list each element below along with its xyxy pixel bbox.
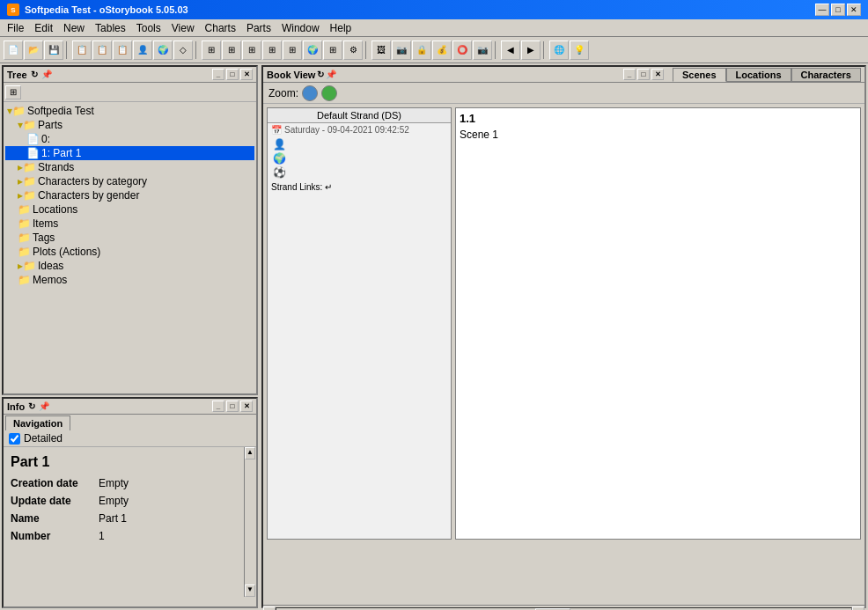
info-row-number: Number 1 [11,530,237,542]
info-part-title: Part 1 [11,454,237,470]
scroll-up-btn[interactable]: ▲ [245,447,255,459]
strand-date: 📅 Saturday - 09-04-2021 09:42:52 [268,123,451,136]
zoom-in-btn[interactable] [321,85,337,101]
info-pin-icon[interactable]: 📌 [39,401,49,411]
zoom-out-btn[interactable] [302,85,318,101]
tree-ideas-icon: ▸📁 [18,260,36,272]
tree-items[interactable]: 📁 Items [5,217,254,231]
tb-img2[interactable]: 📷 [392,40,411,60]
info-scrollbar[interactable]: ▲ ▼ [244,447,256,597]
tree-ideas-label: Ideas [38,260,63,272]
tree-part1[interactable]: 📄 1: Part 1 [5,146,254,160]
menu-view[interactable]: View [166,20,200,36]
tree-part0-icon: 📄 [26,133,40,145]
book-min-btn[interactable]: _ [623,69,636,80]
tb-open[interactable]: 📂 [24,40,43,60]
strand-icons: 👤 🌍 ⚽ [268,136,451,180]
tb-globe2[interactable]: 🌍 [303,40,322,60]
info-row-name: Name Part 1 [11,512,237,525]
menu-help[interactable]: Help [325,20,357,36]
tree-chars-gender[interactable]: ▸📁 Characters by gender [5,188,254,202]
hscroll-right-btn[interactable]: ▶ [852,606,864,611]
info-detail-checkbox[interactable] [9,433,20,445]
tree-tb-btn[interactable]: ⊞ [5,85,21,99]
tb-grid4[interactable]: ⊞ [262,40,282,60]
tree-chars-cat[interactable]: ▸📁 Characters by category [5,174,254,188]
tree-tags[interactable]: 📁 Tags [5,231,254,245]
app-title: Softpedia Test - oStorybook 5.05.03 [25,4,188,15]
info-max-btn[interactable]: □ [226,401,239,412]
tb-img6[interactable]: 📷 [473,40,492,60]
tree-memos[interactable]: 📁 Memos [5,273,254,287]
book-close-btn[interactable]: ✕ [651,69,664,80]
tb-img5[interactable]: ⭕ [452,40,472,60]
tab-characters[interactable]: Characters [791,68,861,82]
tb-save[interactable]: 💾 [44,40,63,60]
menu-tools[interactable]: Tools [131,20,166,36]
scroll-down-btn[interactable]: ▼ [245,584,255,597]
tb-grid5[interactable]: ⊞ [283,40,302,60]
info-panel: Info ↻ 📌 _ □ ✕ Navigation Detailed Part … [2,397,258,608]
hscroll-left-btn[interactable]: ◀ [263,606,276,611]
tree-part1-icon: 📄 [26,147,40,159]
tb-img1[interactable]: 🖼 [371,40,391,60]
info-tab-navigation[interactable]: Navigation [5,415,70,430]
tree-parts[interactable]: ▾📁 Parts [5,118,254,132]
strand-header: Default Strand (DS) [268,108,451,123]
tb-doc3[interactable]: 📋 [113,40,132,60]
tree-pin-icon[interactable]: 📌 [41,70,52,79]
tb-grid1[interactable]: ⊞ [202,40,221,60]
tb-fwd[interactable]: ▶ [521,40,541,60]
tb-grid6[interactable]: ⊞ [323,40,342,60]
tree-refresh-icon[interactable]: ↻ [31,70,38,79]
tree-parts-label: Parts [38,119,63,131]
tb-new[interactable]: 📄 [4,40,23,60]
info-min-btn[interactable]: _ [212,401,224,412]
menu-edit[interactable]: Edit [29,20,58,36]
tree-locations-label: Locations [33,203,77,216]
tb-diamond[interactable]: ◇ [173,40,193,60]
tree-part0-label: 0: [41,133,50,145]
minimize-button[interactable]: — [815,4,829,16]
tab-scenes[interactable]: Scenes [673,68,726,82]
menu-parts[interactable]: Parts [241,20,276,36]
book-refresh-icon[interactable]: ↻ [317,70,324,79]
tb-img3[interactable]: 🔒 [412,40,431,60]
menu-file[interactable]: File [2,20,29,36]
tb-doc1[interactable]: 📋 [72,40,92,60]
tree-ideas[interactable]: ▸📁 Ideas [5,259,254,273]
info-close-btn[interactable]: ✕ [240,401,253,412]
tb-sep4 [495,41,498,59]
tb-globe[interactable]: 🌍 [153,40,173,60]
menu-new[interactable]: New [58,20,90,36]
tree-part0[interactable]: 📄 0: [5,132,254,146]
tb-grid3[interactable]: ⊞ [242,40,261,60]
tab-locations[interactable]: Locations [726,68,791,82]
tree-max-btn[interactable]: □ [226,69,239,80]
maximize-button[interactable]: □ [831,4,845,16]
book-max-btn[interactable]: □ [637,69,650,80]
strand-date-text: Saturday - 09-04-2021 09:42:52 [284,125,409,135]
tb-net[interactable]: 🌐 [549,40,569,60]
menu-charts[interactable]: Charts [200,20,241,36]
tree-close-btn[interactable]: ✕ [240,69,253,80]
tb-lamp[interactable]: 💡 [570,40,589,60]
tb-tool1[interactable]: ⚙ [343,40,363,60]
tb-grid2[interactable]: ⊞ [222,40,241,60]
tree-root[interactable]: ▾📁 Softpedia Test [5,104,254,118]
book-pin-icon[interactable]: 📌 [326,70,336,79]
tree-locations[interactable]: 📁 Locations [5,202,254,217]
tb-person[interactable]: 👤 [133,40,152,60]
menu-window[interactable]: Window [276,20,325,36]
tb-back[interactable]: ◀ [501,40,520,60]
menu-tables[interactable]: Tables [90,20,131,36]
close-button[interactable]: ✕ [847,4,861,16]
info-refresh-icon[interactable]: ↻ [28,401,35,411]
tb-img4[interactable]: 💰 [432,40,452,60]
info-detail-label: Detailed [24,432,63,445]
tb-doc2[interactable]: 📋 [92,40,112,60]
tree-min-btn[interactable]: _ [212,69,224,80]
tree-strands[interactable]: ▸📁 Strands [5,160,254,174]
book-title: Book View [267,70,315,80]
tree-plots[interactable]: 📁 Plots (Actions) [5,245,254,259]
